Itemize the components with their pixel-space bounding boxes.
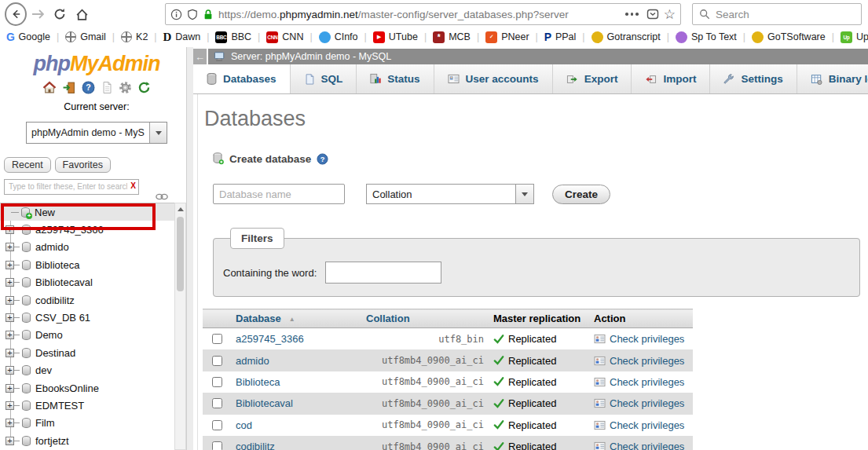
page-info-icon[interactable]	[170, 9, 182, 20]
shield-icon[interactable]	[187, 9, 198, 20]
settings-gear-icon[interactable]	[119, 81, 132, 94]
help-icon[interactable]: ?	[317, 153, 328, 165]
database-link[interactable]: cod	[236, 419, 252, 431]
database-link[interactable]: admido	[236, 355, 269, 367]
tree-item[interactable]: + Demo	[0, 327, 174, 344]
docs-icon[interactable]	[101, 81, 113, 94]
row-checkbox[interactable]	[212, 356, 222, 366]
scroll-up-icon[interactable]	[175, 203, 185, 215]
bookmark-item[interactable]: CInfo	[319, 31, 373, 43]
collapse-panel-arrow[interactable]: ←	[193, 49, 207, 64]
expand-icon[interactable]: +	[5, 278, 14, 287]
sort-by-collation[interactable]: Collation	[366, 313, 410, 324]
bookmark-item[interactable]: ✓ PNeer	[485, 31, 544, 43]
bookmark-item[interactable]: * MCB	[433, 31, 485, 43]
bookmark-item[interactable]: G Google	[6, 31, 65, 43]
tree-item-label[interactable]: fortjetzt	[35, 435, 69, 447]
refresh-icon[interactable]	[137, 81, 151, 94]
logout-icon[interactable]	[62, 81, 76, 94]
tree-item[interactable]: + dev	[0, 362, 174, 379]
bookmark-item[interactable]: D Dawn	[163, 31, 216, 43]
expand-icon[interactable]: +	[5, 384, 14, 393]
check-privileges-link[interactable]: Check privileges	[610, 376, 684, 388]
collation-value[interactable]: utf8mb4_0900_ai_ci	[382, 355, 484, 366]
bookmark-item[interactable]: BBC BBC	[215, 31, 266, 43]
check-privileges-link[interactable]: Check privileges	[610, 441, 684, 450]
collation-value[interactable]: utf8mb4_0900_ai_ci	[382, 441, 484, 450]
check-privileges-link[interactable]: Check privileges	[610, 397, 684, 409]
tree-item-label[interactable]: codibilitz	[35, 295, 75, 306]
bookmark-star-icon[interactable]: ☆	[664, 8, 676, 21]
tab-export[interactable]: Export	[553, 64, 632, 93]
tree-item[interactable]: + admido	[0, 239, 174, 256]
row-checkbox[interactable]	[212, 334, 222, 344]
server-select[interactable]: phpMyAdmin demo - MyS	[26, 122, 167, 144]
tree-item[interactable]: + EbooksOnline	[0, 379, 174, 397]
page-actions-icon[interactable]	[622, 13, 642, 16]
database-link[interactable]: codibilitz	[236, 441, 275, 450]
tree-filter-input[interactable]	[4, 179, 139, 195]
search-box[interactable]: Search	[692, 3, 862, 25]
tree-item-label[interactable]: EbooksOnline	[35, 382, 99, 394]
bookmark-item[interactable]: CNN CNN	[266, 31, 318, 43]
tab-sql[interactable]: SQL	[291, 64, 357, 93]
check-privileges-link[interactable]: Check privileges	[610, 333, 684, 345]
row-checkbox[interactable]	[212, 420, 222, 430]
back-button[interactable]	[5, 3, 27, 25]
home-button[interactable]	[71, 3, 93, 25]
collation-value[interactable]: utf8_bin	[438, 334, 484, 345]
home-icon[interactable]	[42, 81, 57, 94]
tree-item[interactable]: + CSV_DB 61	[0, 309, 174, 326]
help-icon[interactable]: ?	[82, 81, 95, 94]
tree-item[interactable]: + fortjetzt	[0, 432, 174, 449]
tree-item-label[interactable]: EDMTEST	[35, 400, 84, 412]
tree-item[interactable]: + Bibliotecaval	[0, 274, 174, 291]
row-checkbox[interactable]	[212, 398, 222, 408]
expand-icon[interactable]: +	[5, 349, 14, 357]
tree-item-label[interactable]: Demo	[35, 329, 63, 341]
link-chain-icon[interactable]	[156, 193, 168, 200]
tree-item-label[interactable]: admido	[35, 241, 69, 253]
collation-select[interactable]: Collation	[366, 184, 534, 204]
sort-by-database[interactable]: Database	[236, 313, 281, 324]
tree-item-label[interactable]: Biblioteca	[35, 259, 79, 271]
tree-item[interactable]: + EDMTEST	[0, 397, 174, 414]
tree-item[interactable]: + Film	[0, 415, 174, 432]
tree-item[interactable]: + a259745_3366	[0, 221, 174, 238]
tree-item-label[interactable]: New	[35, 207, 55, 218]
bookmark-item[interactable]: ▶ UTube	[373, 31, 433, 43]
tree-item-label[interactable]: CSV_DB 61	[35, 312, 90, 324]
tree-item-new[interactable]: New	[0, 203, 174, 221]
database-link[interactable]: a259745_3366	[236, 333, 304, 345]
collation-value[interactable]: utf8mb4_0900_ai_ci	[382, 419, 484, 430]
url-bar[interactable]: https://demo.phpmyadmin.net/master-confi…	[165, 3, 681, 25]
collation-value[interactable]: utf8mb4_0900_ai_ci	[382, 398, 484, 409]
phpmyadmin-logo[interactable]: phpMyAdmin	[0, 52, 193, 76]
tab-settings[interactable]: Settings	[710, 64, 797, 93]
containing-word-input[interactable]	[325, 262, 441, 284]
bookmark-item[interactable]: P PPal	[544, 31, 591, 43]
expand-icon[interactable]: +	[5, 243, 14, 251]
tree-item[interactable]: + Biblioteca	[0, 256, 174, 273]
tree-item-label[interactable]: a259745_3366	[35, 224, 104, 236]
tree-item-label[interactable]: Destinad	[35, 347, 75, 359]
panel-resize-handle[interactable]	[186, 47, 193, 450]
tab-binary-log[interactable]: Binary log	[797, 64, 868, 93]
database-link[interactable]: Biblioteca	[236, 376, 280, 388]
tab-status[interactable]: Status	[357, 64, 434, 93]
bookmark-item[interactable]: GoTSoftware	[752, 31, 841, 43]
tab-recent[interactable]: Recent	[4, 157, 51, 173]
tree-item-label[interactable]: Bibliotecaval	[35, 276, 93, 288]
filter-clear-icon[interactable]: X	[130, 181, 136, 190]
expand-icon[interactable]: +	[5, 419, 14, 427]
tab-user-accounts[interactable]: User accounts	[434, 64, 553, 93]
expand-icon[interactable]: +	[5, 313, 14, 322]
check-privileges-link[interactable]: Check privileges	[610, 419, 684, 431]
tree-item[interactable]: + Destinad	[0, 344, 174, 361]
database-name-input[interactable]	[213, 184, 345, 204]
expand-icon[interactable]: +	[5, 296, 14, 305]
tree-item-label[interactable]: dev	[35, 364, 52, 376]
tree-item[interactable]: + codibilitz	[0, 291, 174, 309]
collation-value[interactable]: utf8mb4_0900_ai_ci	[382, 376, 484, 387]
expand-icon[interactable]: +	[5, 261, 14, 269]
